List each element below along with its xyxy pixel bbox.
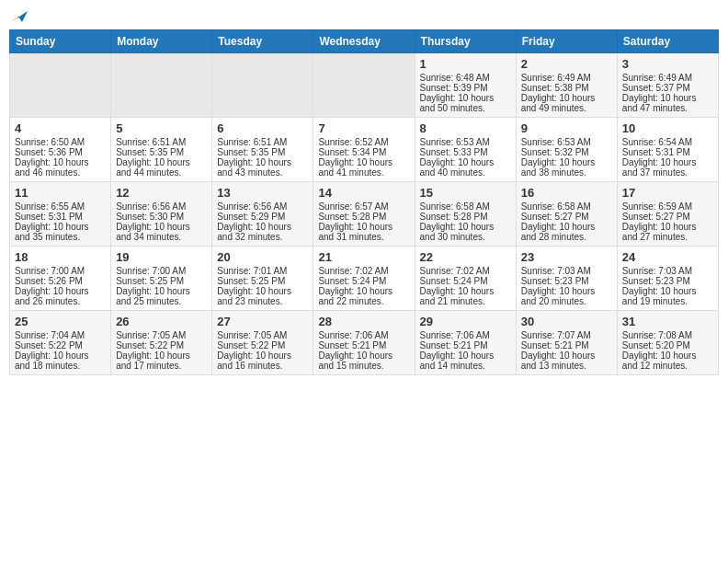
sunrise-text: Sunrise: 6:50 AM: [15, 137, 106, 147]
calendar-cell: 3Sunrise: 6:49 AMSunset: 5:37 PMDaylight…: [617, 53, 718, 118]
sunset-text: Sunset: 5:25 PM: [217, 276, 308, 286]
calendar-week-2: 4Sunrise: 6:50 AMSunset: 5:36 PMDaylight…: [10, 118, 719, 182]
sunset-text: Sunset: 5:23 PM: [622, 276, 713, 286]
calendar-cell: 15Sunrise: 6:58 AMSunset: 5:28 PMDayligh…: [415, 182, 516, 247]
calendar-week-5: 25Sunrise: 7:04 AMSunset: 5:22 PMDayligh…: [10, 311, 719, 375]
sunrise-text: Sunrise: 7:02 AM: [318, 266, 409, 276]
sunset-text: Sunset: 5:35 PM: [217, 147, 308, 157]
daylight-text: Daylight: 10 hours and 16 minutes.: [217, 350, 308, 371]
daylight-text: Daylight: 10 hours and 35 minutes.: [15, 222, 106, 242]
sunset-text: Sunset: 5:30 PM: [116, 212, 207, 222]
daylight-text: Daylight: 10 hours and 13 minutes.: [521, 350, 612, 371]
daylight-text: Daylight: 10 hours and 41 minutes.: [318, 157, 409, 178]
sunrise-text: Sunrise: 7:04 AM: [15, 330, 106, 340]
sunset-text: Sunset: 5:23 PM: [521, 276, 612, 286]
daylight-text: Daylight: 10 hours and 43 minutes.: [217, 157, 308, 178]
sunrise-text: Sunrise: 6:51 AM: [217, 137, 308, 147]
calendar-cell: [212, 53, 313, 118]
day-number: 8: [420, 121, 511, 135]
daylight-text: Daylight: 10 hours and 27 minutes.: [622, 222, 713, 242]
sunrise-text: Sunrise: 7:05 AM: [217, 330, 308, 340]
daylight-text: Daylight: 10 hours and 15 minutes.: [318, 350, 409, 371]
sunset-text: Sunset: 5:28 PM: [318, 212, 409, 222]
header-thursday: Thursday: [415, 30, 516, 53]
day-number: 24: [622, 250, 713, 264]
calendar-cell: 25Sunrise: 7:04 AMSunset: 5:22 PMDayligh…: [10, 311, 111, 375]
day-number: 13: [217, 186, 308, 200]
sunset-text: Sunset: 5:22 PM: [116, 340, 207, 350]
calendar-cell: 23Sunrise: 7:03 AMSunset: 5:23 PMDayligh…: [516, 247, 617, 311]
sunset-text: Sunset: 5:32 PM: [521, 147, 612, 157]
calendar-cell: 20Sunrise: 7:01 AMSunset: 5:25 PMDayligh…: [212, 247, 313, 311]
sunrise-text: Sunrise: 6:51 AM: [116, 137, 207, 147]
calendar-cell: [111, 53, 212, 118]
sunset-text: Sunset: 5:22 PM: [15, 340, 106, 350]
calendar-cell: 22Sunrise: 7:02 AMSunset: 5:24 PMDayligh…: [415, 247, 516, 311]
calendar-cell: 8Sunrise: 6:53 AMSunset: 5:33 PMDaylight…: [415, 118, 516, 182]
calendar-cell: 6Sunrise: 6:51 AMSunset: 5:35 PMDaylight…: [212, 118, 313, 182]
daylight-text: Daylight: 10 hours and 46 minutes.: [15, 157, 106, 178]
day-number: 27: [217, 315, 308, 328]
daylight-text: Daylight: 10 hours and 17 minutes.: [116, 350, 207, 371]
calendar-cell: 29Sunrise: 7:06 AMSunset: 5:21 PMDayligh…: [415, 311, 516, 375]
calendar-cell: 24Sunrise: 7:03 AMSunset: 5:23 PMDayligh…: [617, 247, 718, 311]
day-number: 10: [622, 121, 713, 135]
sunset-text: Sunset: 5:36 PM: [15, 147, 106, 157]
calendar-cell: 9Sunrise: 6:53 AMSunset: 5:32 PMDaylight…: [516, 118, 617, 182]
sunset-text: Sunset: 5:33 PM: [420, 147, 511, 157]
daylight-text: Daylight: 10 hours and 19 minutes.: [622, 286, 713, 306]
calendar-cell: 26Sunrise: 7:05 AMSunset: 5:22 PMDayligh…: [111, 311, 212, 375]
sunrise-text: Sunrise: 7:07 AM: [521, 330, 612, 340]
sunset-text: Sunset: 5:22 PM: [217, 340, 308, 350]
daylight-text: Daylight: 10 hours and 49 minutes.: [521, 93, 612, 113]
sunset-text: Sunset: 5:21 PM: [420, 340, 511, 350]
sunrise-text: Sunrise: 7:05 AM: [116, 330, 207, 340]
sunrise-text: Sunrise: 6:59 AM: [622, 201, 713, 212]
day-number: 7: [318, 121, 409, 135]
day-number: 29: [420, 315, 511, 328]
daylight-text: Daylight: 10 hours and 40 minutes.: [420, 157, 511, 178]
header-sunday: Sunday: [10, 30, 111, 53]
sunset-text: Sunset: 5:26 PM: [15, 276, 106, 286]
sunset-text: Sunset: 5:34 PM: [318, 147, 409, 157]
sunset-text: Sunset: 5:39 PM: [420, 83, 511, 93]
day-number: 12: [116, 186, 207, 200]
calendar-cell: 11Sunrise: 6:55 AMSunset: 5:31 PMDayligh…: [10, 182, 111, 247]
daylight-text: Daylight: 10 hours and 21 minutes.: [420, 286, 511, 306]
day-number: 30: [521, 315, 612, 328]
day-number: 9: [521, 121, 612, 135]
day-number: 26: [116, 315, 207, 328]
calendar-cell: 16Sunrise: 6:58 AMSunset: 5:27 PMDayligh…: [516, 182, 617, 247]
logo-bird-icon: [11, 7, 28, 22]
sunrise-text: Sunrise: 7:00 AM: [15, 266, 106, 276]
sunset-text: Sunset: 5:20 PM: [622, 340, 713, 350]
calendar-cell: 19Sunrise: 7:00 AMSunset: 5:25 PMDayligh…: [111, 247, 212, 311]
daylight-text: Daylight: 10 hours and 30 minutes.: [420, 222, 511, 242]
calendar-week-3: 11Sunrise: 6:55 AMSunset: 5:31 PMDayligh…: [10, 182, 719, 247]
calendar-header-row: SundayMondayTuesdayWednesdayThursdayFrid…: [10, 30, 719, 53]
calendar-cell: 2Sunrise: 6:49 AMSunset: 5:38 PMDaylight…: [516, 53, 617, 118]
calendar-cell: 18Sunrise: 7:00 AMSunset: 5:26 PMDayligh…: [10, 247, 111, 311]
daylight-text: Daylight: 10 hours and 26 minutes.: [15, 286, 106, 306]
calendar-cell: 4Sunrise: 6:50 AMSunset: 5:36 PMDaylight…: [10, 118, 111, 182]
day-number: 4: [15, 121, 106, 135]
sunset-text: Sunset: 5:25 PM: [116, 276, 207, 286]
sunrise-text: Sunrise: 6:57 AM: [318, 201, 409, 212]
day-number: 21: [318, 250, 409, 264]
sunrise-text: Sunrise: 7:08 AM: [622, 330, 713, 340]
calendar-cell: [313, 53, 415, 118]
sunrise-text: Sunrise: 7:03 AM: [622, 266, 713, 276]
sunset-text: Sunset: 5:38 PM: [521, 83, 612, 93]
daylight-text: Daylight: 10 hours and 18 minutes.: [15, 350, 106, 371]
daylight-text: Daylight: 10 hours and 20 minutes.: [521, 286, 612, 306]
sunset-text: Sunset: 5:29 PM: [217, 212, 308, 222]
calendar-week-1: 1Sunrise: 6:48 AMSunset: 5:39 PMDaylight…: [10, 53, 719, 118]
sunrise-text: Sunrise: 6:53 AM: [420, 137, 511, 147]
daylight-text: Daylight: 10 hours and 38 minutes.: [521, 157, 612, 178]
daylight-text: Daylight: 10 hours and 44 minutes.: [116, 157, 207, 178]
sunrise-text: Sunrise: 6:49 AM: [622, 73, 713, 83]
day-number: 11: [15, 186, 106, 200]
sunset-text: Sunset: 5:35 PM: [116, 147, 207, 157]
calendar-cell: 13Sunrise: 6:56 AMSunset: 5:29 PMDayligh…: [212, 182, 313, 247]
day-number: 25: [15, 315, 106, 328]
